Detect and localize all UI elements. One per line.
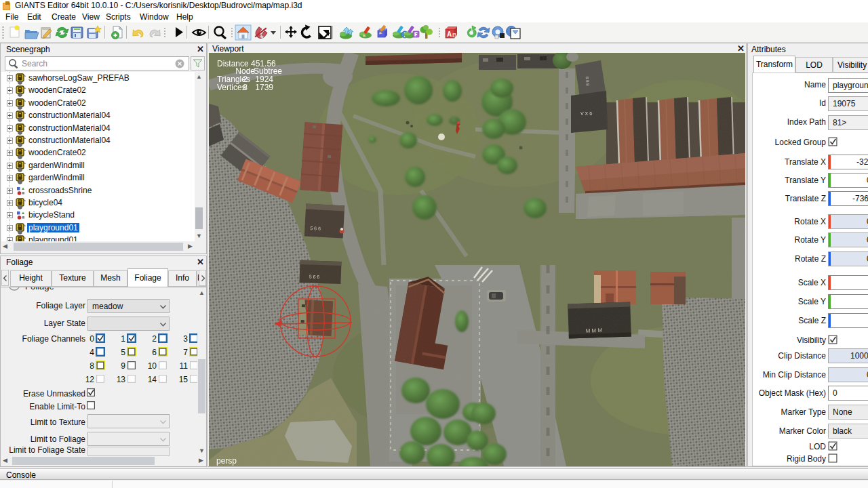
svg-text:B: B [452,32,457,39]
svg-text:8: 8 [243,83,248,92]
svg-text:A: A [447,30,452,38]
svg-text:Vertices: Vertices [217,83,246,92]
svg-text:1739: 1739 [255,83,273,92]
svg-text:persp: persp [216,456,237,466]
